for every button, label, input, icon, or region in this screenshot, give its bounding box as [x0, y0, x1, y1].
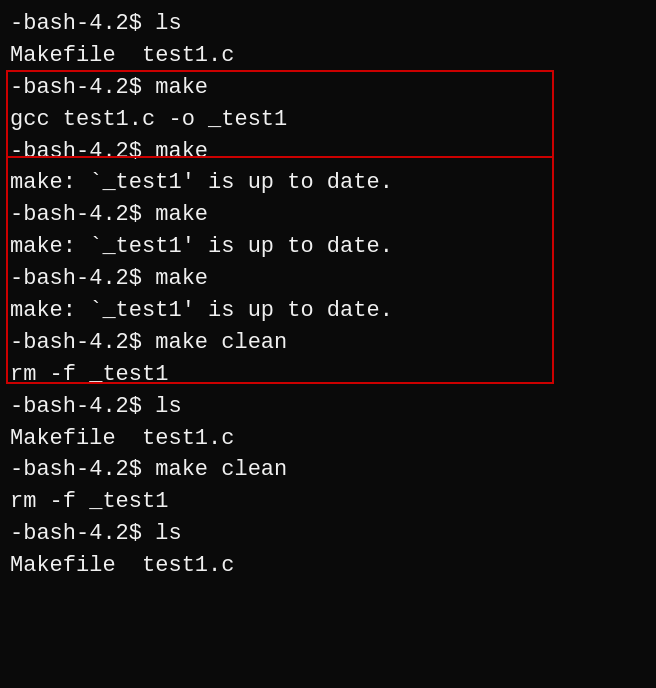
terminal-line: -bash-4.2$ ls [10, 8, 646, 40]
terminal-line: -bash-4.2$ make clean [10, 454, 646, 486]
terminal-line: -bash-4.2$ make [10, 72, 646, 104]
terminal-line: -bash-4.2$ ls [10, 518, 646, 550]
terminal-line: Makefile test1.c [10, 423, 646, 455]
terminal-line: gcc test1.c -o _test1 [10, 104, 646, 136]
terminal: -bash-4.2$ ls Makefile test1.c -bash-4.2… [10, 8, 646, 582]
terminal-line: -bash-4.2$ make [10, 199, 646, 231]
terminal-line: make: `_test1' is up to date. [10, 295, 646, 327]
terminal-line: -bash-4.2$ ls [10, 391, 646, 423]
terminal-line: Makefile test1.c [10, 550, 646, 582]
terminal-line: make: `_test1' is up to date. [10, 167, 646, 199]
terminal-line: rm -f _test1 [10, 486, 646, 518]
terminal-line: -bash-4.2$ make clean [10, 327, 646, 359]
terminal-line: rm -f _test1 [10, 359, 646, 391]
terminal-line: -bash-4.2$ make [10, 263, 646, 295]
terminal-line: Makefile test1.c [10, 40, 646, 72]
terminal-line: -bash-4.2$ make [10, 136, 646, 168]
terminal-line: make: `_test1' is up to date. [10, 231, 646, 263]
